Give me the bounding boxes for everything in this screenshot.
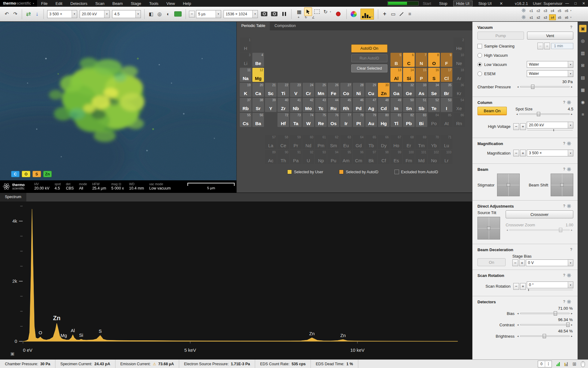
crossover-button[interactable]: Crossover (506, 210, 573, 218)
clear-selected-button[interactable]: Clear Selected (351, 64, 387, 72)
dwell-minus-button[interactable]: − (189, 11, 195, 17)
stage-navigation-icon[interactable]: ⇄ (25, 10, 32, 18)
histogram-status-icon[interactable] (564, 362, 568, 366)
element-In[interactable]: 49In (390, 98, 402, 112)
gear-icon[interactable] (522, 8, 526, 13)
bias-slider[interactable]: ◂▸ (516, 311, 573, 316)
chamber-pressure-slider[interactable]: ◂▸ (516, 84, 573, 90)
hv-plus-button[interactable]: + (520, 123, 526, 130)
element-Pd[interactable]: 46Pd (353, 98, 364, 112)
stage-bias-plus-button[interactable]: + (519, 259, 525, 266)
chevron-down-icon[interactable]: ▾ (72, 10, 77, 18)
rotate-scan-icon[interactable]: ↻ (322, 8, 329, 16)
beam-shift-control[interactable] (551, 174, 573, 196)
button-c3[interactable]: c3 (542, 8, 549, 13)
element-Hf[interactable]: 72Hf (277, 113, 289, 127)
minimize-icon[interactable]: — (565, 1, 569, 6)
dwell-time-select[interactable]: 5 µs▾ (196, 10, 221, 18)
element-Cd[interactable]: 48Cd (378, 98, 390, 112)
button-c1[interactable]: c1 (528, 8, 535, 13)
button-s4[interactable]: s4 (549, 14, 556, 20)
element-Sc[interactable]: 21Sc (265, 83, 277, 97)
menu-beam[interactable]: Beam (108, 1, 127, 6)
measurement-icon[interactable]: ▤ (579, 74, 586, 81)
scan-rotation-select[interactable]: 0 °▾ (527, 282, 573, 288)
element-Zr[interactable]: 40Zr (277, 98, 289, 112)
auto-contrast-brightness-icon[interactable]: ◧ (147, 10, 155, 18)
low-vacuum-radio[interactable] (477, 62, 482, 67)
element-Rh[interactable]: 45Rh (340, 98, 352, 112)
element-Ca[interactable]: 20Ca (252, 83, 264, 97)
hide-ui-button[interactable]: Hide UI (453, 1, 473, 6)
element-Tl[interactable]: 81Tl (390, 113, 402, 127)
chevron-down-icon[interactable]: ▾ (568, 282, 573, 288)
element-Ba[interactable]: 56Ba (252, 113, 264, 127)
element-Be[interactable]: 4Be (252, 53, 264, 67)
close-window-icon[interactable]: ✕ (582, 1, 585, 6)
presets-icon[interactable]: ▣ (579, 25, 586, 32)
button-s3[interactable]: s3 (542, 14, 549, 20)
angle-tool-icon[interactable]: ∠ (310, 15, 316, 19)
element-Ga[interactable]: 31Ga (390, 83, 402, 97)
tab-composition[interactable]: Composition (270, 22, 300, 30)
element-Ge[interactable]: 32Ge (403, 83, 415, 97)
stigmator-control[interactable] (497, 174, 520, 196)
high-vacuum-radio[interactable] (477, 53, 482, 58)
gear-icon[interactable] (567, 273, 571, 278)
stage-grid-icon[interactable]: ⊞ (572, 361, 576, 367)
spinner-arrows-icon[interactable]: ▲▼ (545, 361, 552, 367)
detectors-icon[interactable]: ▥ (579, 49, 586, 57)
gear-icon[interactable] (567, 167, 571, 172)
element-Ir[interactable]: 77Ir (340, 113, 352, 127)
tab-periodic-table[interactable]: Periodic Table (237, 22, 270, 30)
element-Cs[interactable]: 55Cs (240, 113, 251, 127)
record-icon[interactable] (336, 12, 341, 16)
element-Sr[interactable]: 38Sr (252, 98, 264, 112)
stop-button[interactable]: Stop (439, 1, 447, 6)
mag-plus-button[interactable]: + (520, 150, 526, 156)
element-Mg[interactable]: 12Mg (252, 68, 264, 82)
video-capture-icon[interactable] (261, 12, 267, 16)
mag-minus-button[interactable]: − (513, 150, 519, 156)
maximize-icon[interactable]: □ (575, 1, 577, 6)
high-voltage-select[interactable]: 20.00 kV▾ (80, 10, 110, 18)
scan-rotation-minus-button[interactable]: − (513, 283, 519, 290)
element-Sn[interactable]: 50Sn (403, 98, 415, 112)
element-K[interactable]: 19K (240, 83, 251, 97)
help-icon[interactable]: ? (562, 100, 566, 105)
spot-size-slider[interactable]: ◂▸ (515, 111, 573, 117)
element-Tc[interactable]: 43Tc (315, 98, 327, 112)
element-chip-Zn[interactable]: Zn (43, 171, 52, 177)
autoid-toggle-button[interactable]: AutoID On (351, 44, 387, 52)
scan-rotation-plus-button[interactable]: + (520, 283, 526, 290)
element-W[interactable]: 74W (303, 113, 314, 127)
source-tilt-control[interactable] (477, 217, 500, 240)
chevron-down-icon[interactable]: ▾ (135, 10, 141, 18)
low-vacuum-gas-select[interactable]: Water▾ (527, 61, 573, 68)
button-s1[interactable]: s1 (528, 14, 535, 20)
element-B[interactable]: 5B (390, 53, 402, 67)
element-P[interactable]: 15P (416, 68, 427, 82)
sample-cleaning-minus-button[interactable]: − (537, 43, 543, 49)
spot-size-select[interactable]: 4.5▾ (112, 10, 141, 18)
beam-on-button[interactable]: Beam On (477, 107, 507, 115)
gear-icon[interactable] (567, 204, 571, 209)
frame-counter[interactable]: 0 ▲▼ (538, 361, 552, 367)
color-mode-icon[interactable] (351, 11, 357, 17)
gear-icon[interactable] (567, 300, 571, 304)
menu-help[interactable]: Help (179, 1, 195, 6)
gear-icon[interactable] (522, 15, 526, 20)
element-chip-C[interactable]: C (11, 171, 20, 177)
element-As[interactable]: 33As (416, 83, 427, 97)
button-c6[interactable]: c6 (563, 8, 570, 13)
button-c2[interactable]: c2 (535, 8, 542, 13)
element-Rb[interactable]: 37Rb (240, 98, 251, 112)
beam-status-icon[interactable]: ◉ (579, 98, 586, 106)
esem-radio[interactable] (477, 71, 482, 76)
element-Bi[interactable]: 83Bi (416, 113, 427, 127)
more-tools-icon[interactable]: ≡ (579, 111, 586, 118)
tab-spectrum[interactable]: Spectrum (0, 193, 26, 201)
element-Pb[interactable]: 82Pb (403, 113, 415, 127)
element-Fe[interactable]: 26Fe (328, 83, 339, 97)
help-icon[interactable]: ? (562, 141, 566, 146)
